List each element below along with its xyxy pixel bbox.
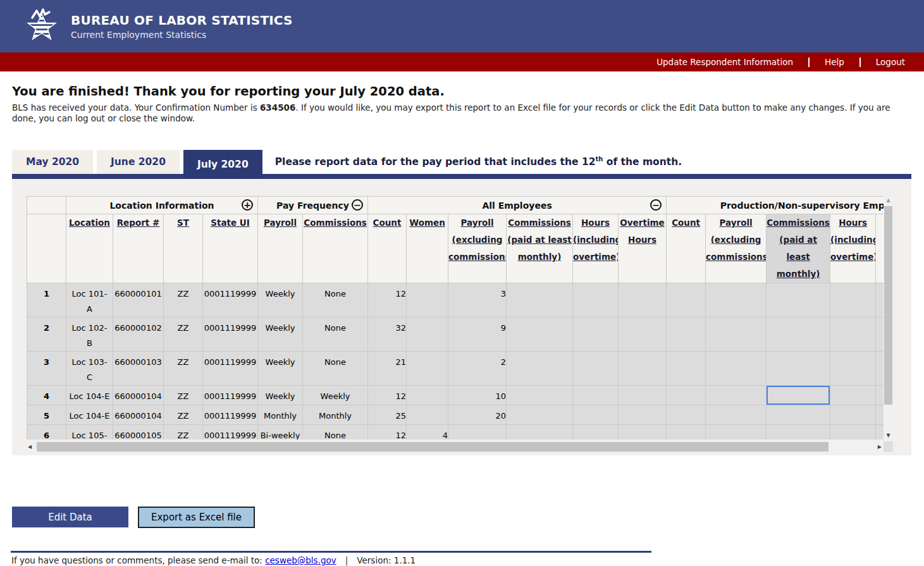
row-number[interactable]: 2 — [27, 317, 66, 352]
cell[interactable] — [407, 317, 448, 352]
cell[interactable] — [619, 283, 667, 317]
cell[interactable] — [667, 425, 706, 440]
cell[interactable]: None — [303, 352, 368, 386]
cell[interactable]: 660000101 — [113, 283, 164, 317]
cell[interactable] — [767, 283, 830, 317]
cell[interactable]: 0001119999 — [203, 386, 258, 405]
nav-link-logout[interactable]: Logout — [876, 57, 905, 67]
cell[interactable]: Loc 104-E — [66, 386, 113, 405]
cell[interactable]: Loc 104-E — [66, 405, 113, 425]
email-link[interactable]: cesweb@bls.gov — [265, 555, 336, 565]
cell[interactable]: Loc 102-B — [66, 317, 113, 352]
cell[interactable] — [830, 283, 876, 317]
row-number[interactable]: 1 — [27, 283, 66, 317]
column-header-count[interactable]: Count — [667, 214, 706, 283]
cell[interactable]: 0001119999 — [203, 283, 258, 317]
vertical-scrollbar[interactable]: ▲ ▼ — [884, 196, 893, 440]
cell[interactable] — [573, 352, 619, 386]
selected-cell[interactable] — [767, 386, 830, 405]
cell[interactable]: 25 — [368, 405, 407, 425]
column-header-payroll[interactable]: Payroll — [258, 214, 303, 283]
vertical-scroll-thumb[interactable] — [884, 206, 892, 405]
cell[interactable] — [667, 386, 706, 405]
cell[interactable] — [876, 386, 884, 405]
cell[interactable] — [667, 317, 706, 352]
cell[interactable] — [619, 425, 667, 440]
cell[interactable] — [573, 425, 619, 440]
row-number[interactable]: 4 — [27, 386, 66, 405]
cell[interactable] — [573, 405, 619, 425]
cell[interactable] — [706, 352, 767, 386]
horizontal-scrollbar[interactable]: ◀ ▶ — [27, 441, 884, 452]
cell[interactable]: 4 — [407, 425, 448, 440]
cell[interactable]: 32 — [368, 317, 407, 352]
cell[interactable]: 0001119999 — [203, 405, 258, 425]
cell[interactable] — [876, 405, 884, 425]
cell[interactable]: 0001119999 — [203, 352, 258, 386]
cell[interactable]: 660000103 — [113, 352, 164, 386]
cell[interactable] — [619, 405, 667, 425]
cell[interactable]: ZZ — [164, 405, 203, 425]
cell[interactable] — [573, 283, 619, 317]
cell[interactable]: 21 — [368, 352, 407, 386]
cell[interactable]: 660000104 — [113, 386, 164, 405]
cell[interactable] — [667, 352, 706, 386]
cell[interactable] — [830, 386, 876, 405]
cell[interactable]: 20 — [448, 405, 507, 425]
nav-link-help[interactable]: Help — [825, 57, 844, 67]
cell[interactable]: 3 — [448, 283, 507, 317]
column-header-overtime-hours[interactable]: OvertimeHours — [619, 214, 667, 283]
cell[interactable]: 12 — [368, 386, 407, 405]
cell[interactable]: Loc 103-C — [66, 352, 113, 386]
column-header-hours-including-overtime[interactable]: Hours(includingovertime) — [573, 214, 619, 283]
cell[interactable]: Weekly — [303, 386, 368, 405]
horizontal-scroll-thumb[interactable] — [37, 442, 829, 452]
cell[interactable]: Loc 101-A — [66, 283, 113, 317]
cell[interactable] — [767, 425, 830, 440]
cell[interactable] — [830, 352, 876, 386]
cell[interactable]: 12 — [368, 425, 407, 440]
cell[interactable]: Weekly — [258, 283, 303, 317]
column-header-commissions-paid-at-least-monthly[interactable]: Commissions(paid at leastmonthly) — [507, 214, 573, 283]
cell[interactable] — [667, 283, 706, 317]
expand-icon[interactable]: + — [242, 199, 253, 211]
column-header-overtime-hours[interactable]: OvertimeHours — [876, 214, 884, 283]
column-header-count[interactable]: Count — [368, 214, 407, 283]
nav-link-update-respondent-information[interactable]: Update Respondent Information — [656, 57, 793, 67]
cell[interactable]: 660000102 — [113, 317, 164, 352]
collapse-icon[interactable]: − — [650, 199, 662, 211]
cell[interactable]: None — [303, 425, 368, 440]
column-header-state-ui[interactable]: State UI — [203, 214, 258, 283]
row-number[interactable]: 3 — [27, 352, 66, 386]
cell[interactable]: 12 — [368, 283, 407, 317]
cell[interactable]: ZZ — [164, 425, 203, 440]
cell[interactable]: Loc 105-G — [66, 425, 113, 440]
scroll-left-icon[interactable]: ◀ — [28, 444, 32, 450]
cell[interactable]: 0001119999 — [203, 425, 258, 440]
tab-july-2020[interactable]: July 2020 — [183, 150, 262, 179]
cell[interactable]: Monthly — [303, 405, 368, 425]
cell[interactable] — [573, 386, 619, 405]
collapse-icon[interactable]: − — [352, 199, 363, 211]
cell[interactable]: Weekly — [258, 317, 303, 352]
cell[interactable] — [876, 317, 884, 352]
row-number[interactable]: 5 — [27, 405, 66, 425]
cell[interactable]: None — [303, 317, 368, 352]
column-header-location[interactable]: Location — [66, 214, 113, 283]
cell[interactable] — [448, 425, 507, 440]
cell[interactable] — [706, 386, 767, 405]
scroll-down-icon[interactable]: ▼ — [884, 433, 893, 438]
column-header-payroll-excluding-commissions[interactable]: Payroll(excludingcommissions) — [448, 214, 507, 283]
cell[interactable] — [407, 352, 448, 386]
tab-june-2020[interactable]: June 2020 — [97, 150, 180, 174]
cell[interactable] — [619, 386, 667, 405]
cell[interactable] — [667, 405, 706, 425]
cell[interactable]: ZZ — [164, 317, 203, 352]
cell[interactable]: Bi-weekly — [258, 425, 303, 440]
cell[interactable] — [706, 425, 767, 440]
cell[interactable]: None — [303, 283, 368, 317]
cell[interactable] — [830, 425, 876, 440]
cell[interactable] — [876, 352, 884, 386]
cell[interactable] — [767, 405, 830, 425]
cell[interactable]: 0001119999 — [203, 317, 258, 352]
